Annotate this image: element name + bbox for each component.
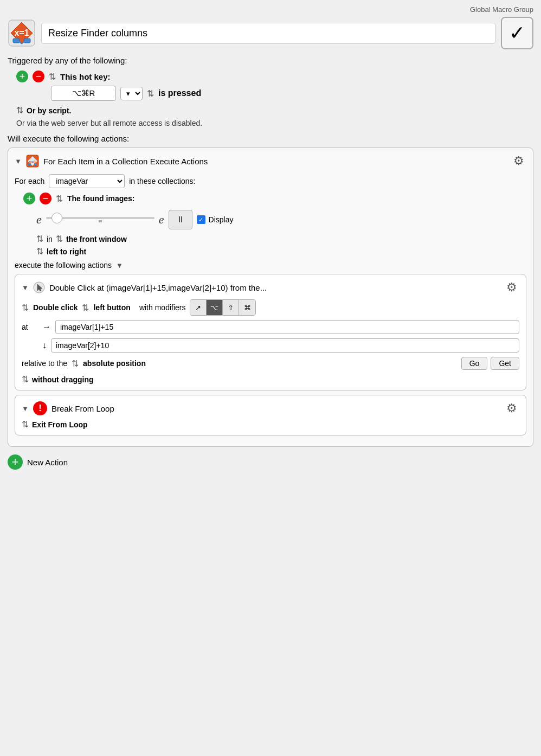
break-title: Break From Loop xyxy=(51,404,500,413)
left-right-row: ⇅ left to right xyxy=(36,246,526,257)
add-found-images-button[interactable]: + xyxy=(23,193,35,204)
exit-label: Exit From Loop xyxy=(32,420,88,429)
display-row: ✓ Display xyxy=(197,215,234,224)
svg-text:x=1: x=1 xyxy=(14,28,29,37)
front-window-label: the front window xyxy=(66,235,127,244)
with-modifiers-label: with modifiers xyxy=(139,303,186,312)
new-action-add-button[interactable]: + xyxy=(8,454,23,470)
outer-action-header: ▼ x=1 For Each Item in a Collection Exec… xyxy=(15,153,526,169)
modifiers-group: ↗ ⌥ ⇧ ⌘ xyxy=(190,299,256,316)
modifier-option-button[interactable]: ⌥ xyxy=(207,300,223,315)
break-collapse[interactable]: ▼ xyxy=(22,405,29,413)
add-trigger-button[interactable]: + xyxy=(16,71,28,82)
double-click-sort1[interactable]: ⇅ xyxy=(22,303,29,313)
slider-section: e e ⏸ ✓ Display xyxy=(36,210,526,229)
arrow-right-icon: → xyxy=(42,322,51,332)
macro-icon: x=1 xyxy=(8,19,36,47)
triggered-label: Triggered by any of the following: xyxy=(8,56,533,65)
execute-collapse-arrow[interactable]: ▼ xyxy=(116,261,123,270)
double-click-header: ▼ Double Click at (imageVar[1]+15,imageV… xyxy=(22,280,519,295)
exit-sort[interactable]: ⇅ xyxy=(22,419,29,430)
outer-action-box: ▼ x=1 For Each Item in a Collection Exec… xyxy=(8,148,533,447)
at-row-y: ↓ xyxy=(42,338,519,353)
outer-action-title: For Each Item in a Collection Execute Ac… xyxy=(43,157,507,166)
relative-to-label: relative to the xyxy=(22,359,67,368)
or-via-label: Or via the web server but all remote acc… xyxy=(16,119,533,127)
sort-arrows-icon[interactable]: ⇅ xyxy=(49,72,56,82)
new-action-label[interactable]: New Action xyxy=(27,458,68,467)
double-click-collapse[interactable]: ▼ xyxy=(22,284,29,292)
in-collections-label: in these collections: xyxy=(129,177,195,185)
display-label: Display xyxy=(209,215,234,224)
double-click-title: Double Click at (imageVar[1]+15,imageVar… xyxy=(49,283,500,292)
outer-gear-button[interactable]: ⚙ xyxy=(511,153,526,169)
execute-actions-row: execute the following actions ▼ xyxy=(15,261,526,270)
hotkey-type-label: This hot key: xyxy=(60,72,111,81)
get-button[interactable]: Get xyxy=(491,357,519,370)
modifier-arrow-button[interactable]: ↗ xyxy=(190,300,207,315)
dragging-label: without dragging xyxy=(32,375,94,384)
found-images-sort[interactable]: ⇅ xyxy=(56,194,63,204)
outer-action-icon: x=1 xyxy=(26,155,39,168)
click-options-row: ⇅ Double click ⇅ left button with modifi… xyxy=(22,299,519,316)
checkmark-button[interactable]: ✓ xyxy=(501,17,533,49)
remove-trigger-button[interactable]: − xyxy=(33,71,44,82)
dragging-row: ⇅ without dragging xyxy=(22,374,519,385)
coord-x-input[interactable] xyxy=(55,320,519,334)
var-select[interactable]: imageVar xyxy=(49,174,125,188)
at-row-x: at → xyxy=(22,320,519,334)
front-window-sort2[interactable]: ⇅ xyxy=(56,234,63,244)
will-execute-label: Will execute the following actions: xyxy=(8,134,533,143)
image-slider[interactable] xyxy=(46,217,154,219)
front-window-arrows[interactable]: ⇅ xyxy=(36,234,43,244)
relative-sort[interactable]: ⇅ xyxy=(72,358,79,369)
or-script-label: Or by script. xyxy=(27,106,71,115)
new-action-row: + New Action xyxy=(8,454,533,470)
front-window-row: ⇅ in ⇅ the front window xyxy=(36,234,526,244)
e-icon-right: e xyxy=(159,213,164,227)
cursor-icon xyxy=(33,281,45,293)
hotkey-sort-icon[interactable]: ⇅ xyxy=(147,88,154,99)
left-right-arrows[interactable]: ⇅ xyxy=(36,246,43,257)
pause-button[interactable]: ⏸ xyxy=(169,210,192,229)
outer-collapse-arrow[interactable]: ▼ xyxy=(15,157,22,165)
hotkey-dropdown[interactable]: ▾ xyxy=(120,87,143,100)
hotkey-value[interactable]: ⌥⌘R xyxy=(51,86,116,101)
modifier-shift-button[interactable]: ⇧ xyxy=(223,300,239,315)
left-button-label: left button xyxy=(93,303,130,312)
double-click-action-box: ▼ Double Click at (imageVar[1]+15,imageV… xyxy=(15,274,526,390)
svg-rect-11 xyxy=(34,163,37,165)
break-icon: ! xyxy=(33,401,47,415)
hotkey-row: ⌥⌘R ▾ ⇅ is pressed xyxy=(51,86,533,101)
coord-y-input[interactable] xyxy=(51,338,519,353)
found-images-row: + − ⇅ The found images: xyxy=(23,193,526,204)
or-script-arrows[interactable]: ⇅ xyxy=(16,105,23,116)
execute-label: execute the following actions xyxy=(15,261,112,270)
break-loop-box: ▼ ! Break From Loop ⚙ ⇅ Exit From Loop xyxy=(15,395,526,435)
e-icon-left: e xyxy=(36,213,42,227)
break-header: ▼ ! Break From Loop ⚙ xyxy=(22,401,519,416)
is-pressed-label: is pressed xyxy=(158,88,201,98)
for-each-row: For each imageVar in these collections: xyxy=(15,174,526,188)
left-right-label: left to right xyxy=(47,247,86,256)
exit-row: ⇅ Exit From Loop xyxy=(22,419,519,430)
found-images-label: The found images: xyxy=(67,194,134,203)
hotkey-trigger-row: + − ⇅ This hot key: xyxy=(16,71,533,82)
break-gear-button[interactable]: ⚙ xyxy=(504,401,519,416)
slider-thumb[interactable] xyxy=(51,213,62,223)
in-label: in xyxy=(47,235,53,244)
double-click-label: Double click xyxy=(33,303,78,312)
modifier-cmd-button[interactable]: ⌘ xyxy=(239,300,255,315)
dragging-sort[interactable]: ⇅ xyxy=(22,374,29,385)
double-click-sort2[interactable]: ⇅ xyxy=(82,303,89,313)
display-checkbox[interactable]: ✓ xyxy=(197,215,205,224)
svg-rect-10 xyxy=(28,163,31,165)
macro-title-input[interactable] xyxy=(41,23,495,44)
remove-found-images-button[interactable]: − xyxy=(40,193,51,204)
relative-row: relative to the ⇅ absolute position Go G… xyxy=(22,357,519,370)
global-group-label: Global Macro Group xyxy=(8,5,533,14)
header-row: x=1 ✓ xyxy=(8,17,533,49)
double-click-gear-button[interactable]: ⚙ xyxy=(504,280,519,295)
go-button[interactable]: Go xyxy=(461,357,488,370)
or-script-row: ⇅ Or by script. xyxy=(16,105,533,116)
